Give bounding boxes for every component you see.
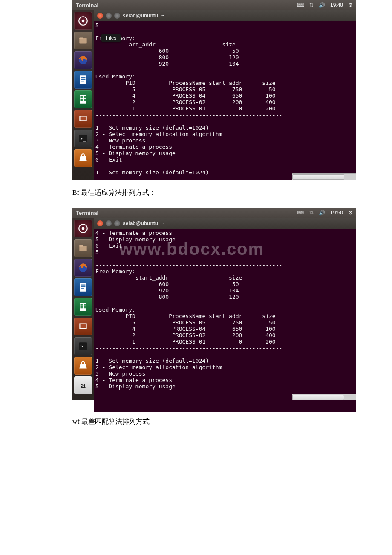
impress-icon[interactable]: [74, 318, 92, 335]
menubar-title: Terminal: [76, 210, 98, 216]
svg-rect-13: [84, 99, 86, 101]
files-icon[interactable]: [74, 32, 92, 49]
screenshot-2: Terminal ⌨ ⇅ 🔊 19:50 ⚙: [72, 208, 356, 400]
svg-rect-33: [81, 324, 86, 328]
close-button[interactable]: [97, 220, 103, 226]
sound-icon[interactable]: 🔊: [319, 2, 325, 8]
firefox-icon[interactable]: [74, 51, 92, 69]
svg-text:>_: >_: [81, 344, 86, 349]
writer-icon[interactable]: [74, 71, 92, 89]
svg-rect-15: [81, 117, 86, 121]
terminal-icon[interactable]: >_: [74, 337, 92, 355]
svg-rect-10: [81, 96, 83, 98]
svg-rect-31: [84, 306, 86, 308]
workspace: selab@ubuntu: ~ 4 - Terminate a process …: [94, 218, 356, 400]
svg-text:>_: >_: [81, 136, 86, 142]
keyboard-icon[interactable]: ⌨: [297, 210, 304, 216]
svg-rect-12: [81, 99, 83, 101]
svg-rect-11: [84, 96, 86, 98]
svg-rect-24: [81, 285, 86, 286]
clock[interactable]: 19:50: [330, 210, 343, 216]
network-icon[interactable]: ⇅: [309, 2, 314, 8]
svg-rect-8: [81, 81, 84, 81]
software-center-icon[interactable]: [74, 149, 92, 167]
unity-launcher: >_: [72, 10, 94, 180]
svg-rect-28: [81, 304, 83, 305]
amazon-icon[interactable]: a: [74, 376, 92, 394]
svg-rect-30: [81, 306, 83, 308]
caption-wf: wf 最差匹配算法排列方式：: [72, 417, 392, 426]
window-title: selab@ubuntu: ~: [123, 13, 164, 19]
gear-icon[interactable]: ⚙: [348, 210, 353, 216]
terminal-icon[interactable]: >_: [74, 130, 92, 147]
svg-rect-6: [81, 77, 86, 78]
impress-icon[interactable]: [74, 110, 92, 128]
caption-bf: Bf 最佳适应算法排列方式：: [72, 188, 392, 197]
close-button[interactable]: [97, 13, 103, 19]
minimize-button[interactable]: [106, 13, 112, 19]
svg-point-19: [82, 227, 85, 230]
writer-icon[interactable]: [74, 278, 92, 296]
svg-rect-3: [79, 37, 83, 39]
screenshot-1: Terminal ⌨ ⇅ 🔊 19:48 ⚙: [72, 0, 356, 180]
top-menubar: Terminal ⌨ ⇅ 🔊 19:48 ⚙: [72, 0, 356, 10]
svg-rect-26: [81, 288, 84, 289]
horizontal-scrollbar[interactable]: [292, 394, 356, 400]
terminal-output[interactable]: 5 --------------------------------------…: [94, 21, 356, 179]
window-titlebar[interactable]: selab@ubuntu: ~: [94, 218, 356, 229]
gear-icon[interactable]: ⚙: [348, 2, 353, 8]
window-title: selab@ubuntu: ~: [123, 220, 164, 226]
calc-icon[interactable]: [74, 90, 92, 108]
dash-icon[interactable]: [74, 12, 92, 30]
system-tray: ⌨ ⇅ 🔊 19:50 ⚙: [297, 210, 353, 216]
files-tooltip: Files: [101, 34, 121, 42]
clock[interactable]: 19:48: [330, 2, 343, 8]
svg-rect-7: [81, 79, 86, 80]
calc-icon[interactable]: [74, 298, 92, 316]
dash-icon[interactable]: [74, 220, 92, 237]
workspace: selab@ubuntu: ~ 5 ----------------------…: [94, 10, 356, 180]
terminal-output[interactable]: 4 - Terminate a process 5 - Display memo…: [94, 229, 356, 412]
svg-rect-21: [79, 245, 83, 246]
network-icon[interactable]: ⇅: [309, 210, 314, 216]
sound-icon[interactable]: 🔊: [319, 210, 325, 216]
window-titlebar[interactable]: selab@ubuntu: ~: [94, 10, 356, 21]
menubar-title: Terminal: [76, 2, 98, 9]
svg-rect-25: [81, 286, 86, 287]
unity-launcher: >_ a: [72, 218, 94, 400]
svg-rect-29: [84, 304, 86, 305]
horizontal-scrollbar[interactable]: [292, 173, 356, 180]
maximize-button[interactable]: [114, 13, 120, 19]
keyboard-icon[interactable]: ⌨: [297, 2, 304, 8]
top-menubar: Terminal ⌨ ⇅ 🔊 19:50 ⚙: [72, 208, 356, 218]
maximize-button[interactable]: [114, 220, 120, 226]
files-icon[interactable]: [74, 239, 92, 257]
firefox-icon[interactable]: [74, 259, 92, 277]
minimize-button[interactable]: [106, 220, 112, 226]
software-center-icon[interactable]: [74, 357, 92, 375]
system-tray: ⌨ ⇅ 🔊 19:48 ⚙: [297, 2, 353, 8]
svg-point-1: [82, 20, 85, 23]
